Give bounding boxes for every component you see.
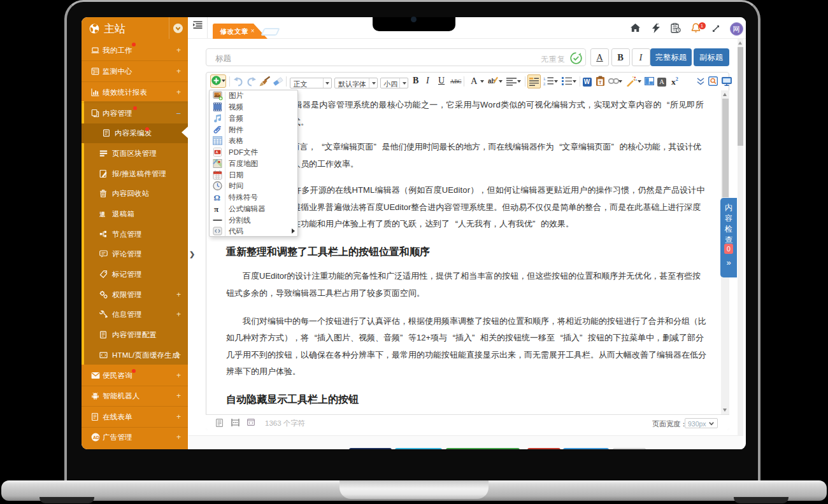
svg-text:π: π: [214, 204, 218, 213]
svg-text:A: A: [215, 150, 218, 154]
svg-text:1.: 1.: [543, 77, 546, 81]
svg-text:2.: 2.: [543, 82, 546, 86]
svg-text:Ω: Ω: [214, 193, 220, 202]
svg-text:AD: AD: [93, 435, 99, 440]
svg-text:退: 退: [99, 211, 106, 217]
svg-text:T: T: [599, 80, 602, 85]
